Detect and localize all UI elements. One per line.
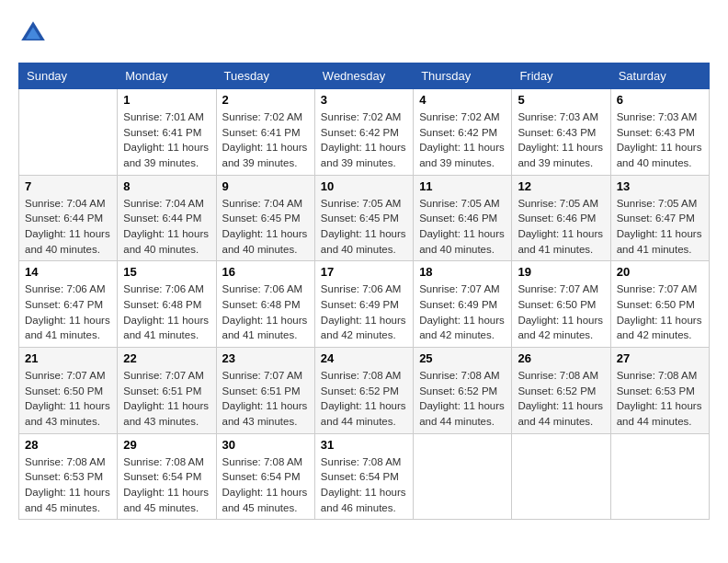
calendar-cell: 14Sunrise: 7:06 AMSunset: 6:47 PMDayligh… — [19, 261, 118, 348]
calendar-cell: 10Sunrise: 7:05 AMSunset: 6:45 PMDayligh… — [314, 175, 413, 261]
day-number: 21 — [25, 351, 111, 365]
day-info: Sunrise: 7:07 AMSunset: 6:50 PMDaylight:… — [518, 282, 604, 343]
calendar-cell: 6Sunrise: 7:03 AMSunset: 6:43 PMDaylight… — [610, 89, 709, 176]
day-number: 17 — [321, 265, 407, 279]
calendar-cell: 26Sunrise: 7:08 AMSunset: 6:52 PMDayligh… — [512, 348, 610, 434]
calendar-cell: 29Sunrise: 7:08 AMSunset: 6:54 PMDayligh… — [118, 433, 216, 520]
calendar-cell: 25Sunrise: 7:08 AMSunset: 6:52 PMDayligh… — [414, 348, 512, 434]
calendar-cell: 7Sunrise: 7:04 AMSunset: 6:44 PMDaylight… — [19, 175, 118, 261]
day-number: 6 — [617, 93, 703, 107]
day-info: Sunrise: 7:07 AMSunset: 6:51 PMDaylight:… — [222, 368, 309, 430]
calendar-cell: 20Sunrise: 7:07 AMSunset: 6:50 PMDayligh… — [610, 261, 709, 348]
day-info: Sunrise: 7:07 AMSunset: 6:50 PMDaylight:… — [617, 282, 703, 343]
calendar-cell: 19Sunrise: 7:07 AMSunset: 6:50 PMDayligh… — [512, 261, 610, 348]
calendar-cell — [19, 89, 118, 176]
day-info: Sunrise: 7:08 AMSunset: 6:54 PMDaylight:… — [321, 454, 407, 516]
day-number: 31 — [321, 438, 407, 452]
day-info: Sunrise: 7:02 AMSunset: 6:42 PMDaylight:… — [321, 109, 407, 171]
day-info: Sunrise: 7:05 AMSunset: 6:46 PMDaylight:… — [518, 196, 604, 258]
calendar-cell: 8Sunrise: 7:04 AMSunset: 6:44 PMDaylight… — [118, 175, 216, 261]
calendar-cell: 9Sunrise: 7:04 AMSunset: 6:45 PMDaylight… — [216, 175, 314, 261]
day-header-friday: Friday — [512, 63, 610, 89]
logo-icon — [18, 18, 48, 48]
day-number: 29 — [123, 438, 210, 452]
day-info: Sunrise: 7:04 AMSunset: 6:44 PMDaylight:… — [123, 196, 210, 258]
day-info: Sunrise: 7:08 AMSunset: 6:54 PMDaylight:… — [222, 454, 309, 516]
day-number: 10 — [321, 179, 407, 193]
calendar-cell: 27Sunrise: 7:08 AMSunset: 6:53 PMDayligh… — [610, 348, 709, 434]
day-header-thursday: Thursday — [414, 63, 512, 89]
day-number: 13 — [617, 179, 703, 193]
day-number: 26 — [518, 351, 604, 365]
day-header-sunday: Sunday — [19, 63, 118, 89]
calendar-cell: 15Sunrise: 7:06 AMSunset: 6:48 PMDayligh… — [118, 261, 216, 348]
day-number: 23 — [222, 351, 309, 365]
day-number: 9 — [222, 179, 309, 193]
day-header-tuesday: Tuesday — [216, 63, 314, 89]
day-info: Sunrise: 7:05 AMSunset: 6:46 PMDaylight:… — [419, 196, 506, 258]
day-info: Sunrise: 7:08 AMSunset: 6:52 PMDaylight:… — [518, 368, 604, 430]
day-number: 27 — [617, 351, 703, 365]
calendar-cell: 23Sunrise: 7:07 AMSunset: 6:51 PMDayligh… — [216, 348, 314, 434]
day-info: Sunrise: 7:08 AMSunset: 6:53 PMDaylight:… — [25, 454, 111, 516]
day-info: Sunrise: 7:05 AMSunset: 6:47 PMDaylight:… — [617, 196, 703, 258]
day-number: 28 — [25, 438, 111, 452]
calendar-cell: 31Sunrise: 7:08 AMSunset: 6:54 PMDayligh… — [314, 433, 413, 520]
day-info: Sunrise: 7:07 AMSunset: 6:49 PMDaylight:… — [419, 282, 506, 343]
calendar-cell: 2Sunrise: 7:02 AMSunset: 6:41 PMDaylight… — [216, 89, 314, 176]
logo — [18, 18, 51, 48]
day-info: Sunrise: 7:08 AMSunset: 6:53 PMDaylight:… — [617, 368, 703, 430]
day-info: Sunrise: 7:06 AMSunset: 6:48 PMDaylight:… — [222, 282, 309, 343]
day-info: Sunrise: 7:06 AMSunset: 6:49 PMDaylight:… — [321, 282, 407, 343]
day-number: 4 — [419, 93, 506, 107]
calendar-cell: 28Sunrise: 7:08 AMSunset: 6:53 PMDayligh… — [19, 433, 118, 520]
day-number: 16 — [222, 265, 309, 279]
day-info: Sunrise: 7:08 AMSunset: 6:52 PMDaylight:… — [419, 368, 506, 430]
day-info: Sunrise: 7:05 AMSunset: 6:45 PMDaylight:… — [321, 196, 407, 258]
day-info: Sunrise: 7:03 AMSunset: 6:43 PMDaylight:… — [617, 109, 703, 171]
calendar-cell — [610, 433, 709, 520]
calendar-cell: 22Sunrise: 7:07 AMSunset: 6:51 PMDayligh… — [118, 348, 216, 434]
day-info: Sunrise: 7:02 AMSunset: 6:42 PMDaylight:… — [419, 109, 506, 171]
calendar-cell: 18Sunrise: 7:07 AMSunset: 6:49 PMDayligh… — [414, 261, 512, 348]
day-number: 18 — [419, 265, 506, 279]
day-number: 30 — [222, 438, 309, 452]
calendar-header-row: SundayMondayTuesdayWednesdayThursdayFrid… — [19, 63, 710, 89]
day-number: 5 — [518, 93, 604, 107]
day-header-monday: Monday — [118, 63, 216, 89]
day-header-saturday: Saturday — [610, 63, 709, 89]
day-info: Sunrise: 7:07 AMSunset: 6:50 PMDaylight:… — [25, 368, 111, 430]
calendar-cell: 21Sunrise: 7:07 AMSunset: 6:50 PMDayligh… — [19, 348, 118, 434]
day-header-wednesday: Wednesday — [314, 63, 413, 89]
page-header — [18, 18, 710, 48]
day-number: 11 — [419, 179, 506, 193]
day-number: 25 — [419, 351, 506, 365]
calendar-cell: 1Sunrise: 7:01 AMSunset: 6:41 PMDaylight… — [118, 89, 216, 176]
day-info: Sunrise: 7:01 AMSunset: 6:41 PMDaylight:… — [123, 109, 210, 171]
calendar-cell: 3Sunrise: 7:02 AMSunset: 6:42 PMDaylight… — [314, 89, 413, 176]
calendar-cell: 24Sunrise: 7:08 AMSunset: 6:52 PMDayligh… — [314, 348, 413, 434]
day-number: 19 — [518, 265, 604, 279]
day-info: Sunrise: 7:03 AMSunset: 6:43 PMDaylight:… — [518, 109, 604, 171]
day-info: Sunrise: 7:02 AMSunset: 6:41 PMDaylight:… — [222, 109, 309, 171]
day-number: 24 — [321, 351, 407, 365]
day-number: 12 — [518, 179, 604, 193]
calendar-cell: 30Sunrise: 7:08 AMSunset: 6:54 PMDayligh… — [216, 433, 314, 520]
day-info: Sunrise: 7:04 AMSunset: 6:44 PMDaylight:… — [25, 196, 111, 258]
calendar-cell — [414, 433, 512, 520]
calendar-cell: 12Sunrise: 7:05 AMSunset: 6:46 PMDayligh… — [512, 175, 610, 261]
calendar-cell: 11Sunrise: 7:05 AMSunset: 6:46 PMDayligh… — [414, 175, 512, 261]
day-number: 2 — [222, 93, 309, 107]
day-info: Sunrise: 7:04 AMSunset: 6:45 PMDaylight:… — [222, 196, 309, 258]
day-number: 22 — [123, 351, 210, 365]
day-info: Sunrise: 7:06 AMSunset: 6:47 PMDaylight:… — [25, 282, 111, 343]
day-number: 7 — [25, 179, 111, 193]
calendar-cell — [512, 433, 610, 520]
calendar-cell: 5Sunrise: 7:03 AMSunset: 6:43 PMDaylight… — [512, 89, 610, 176]
day-number: 15 — [123, 265, 210, 279]
day-number: 14 — [25, 265, 111, 279]
calendar-cell: 13Sunrise: 7:05 AMSunset: 6:47 PMDayligh… — [610, 175, 709, 261]
day-info: Sunrise: 7:06 AMSunset: 6:48 PMDaylight:… — [123, 282, 210, 343]
day-info: Sunrise: 7:08 AMSunset: 6:54 PMDaylight:… — [123, 454, 210, 516]
calendar-cell: 16Sunrise: 7:06 AMSunset: 6:48 PMDayligh… — [216, 261, 314, 348]
